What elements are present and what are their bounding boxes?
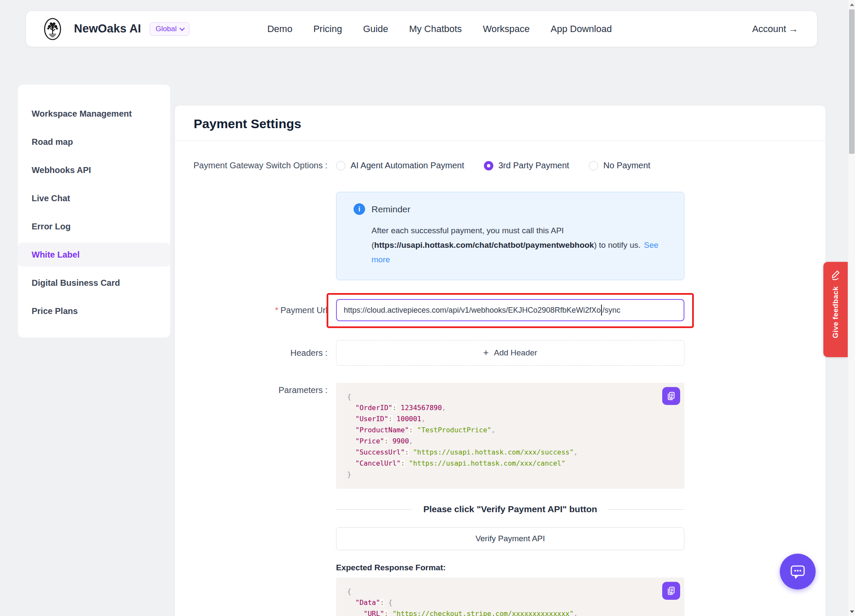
account-link[interactable]: Account →	[752, 23, 798, 35]
copy-response-button[interactable]	[662, 582, 680, 600]
webhook-url: https://usapi.hottask.com/chat/chatbot/p…	[374, 241, 594, 249]
payment-settings-panel: Payment Settings Payment Gateway Switch …	[174, 105, 826, 616]
scroll-up-arrow[interactable]	[848, 1, 855, 8]
code-line: "CancelUrl": "https://usapi.hottask.com/…	[347, 458, 673, 469]
code-line: "UserID": 100001,	[347, 414, 673, 425]
text-caret	[601, 305, 602, 316]
top-navigation-bar: NewOaks AI Global DemoPricingGuideMy Cha…	[26, 11, 817, 47]
radio-no-payment[interactable]: No Payment	[589, 161, 650, 170]
code-line: {	[347, 586, 673, 597]
sidebar-item-road-map[interactable]: Road map	[18, 130, 170, 154]
add-header-button[interactable]: + Add Header	[336, 340, 684, 366]
verify-payment-api-button[interactable]: Verify Payment API	[336, 527, 684, 550]
brand-logo-icon	[40, 16, 65, 42]
copy-icon	[666, 391, 676, 401]
page-title: Payment Settings	[194, 117, 807, 131]
code-line: "SuccessUrl": "https://usapi.hottask.com…	[347, 447, 673, 458]
copy-parameters-button[interactable]	[662, 387, 680, 405]
divider-text: Please click "Verify Payment API" button	[412, 504, 608, 514]
radio-unchecked-icon	[589, 161, 598, 170]
nav-item-app-download[interactable]: App Download	[551, 23, 612, 35]
headers-label: Headers :	[192, 348, 327, 358]
sidebar: Workspace ManagementRoad mapWebhooks API…	[18, 85, 170, 337]
parameters-code-block: { "OrderID": 1234567890, "UserID": 10000…	[336, 383, 684, 489]
payment-url-input[interactable]: https://cloud.activepieces.com/api/v1/we…	[336, 299, 684, 321]
sidebar-item-digital-business-card[interactable]: Digital Business Card	[18, 271, 170, 295]
plus-icon: +	[483, 348, 489, 358]
chevron-down-icon	[180, 26, 185, 31]
code-line: "Data": {	[347, 597, 673, 608]
chat-bubble-icon	[788, 562, 808, 581]
code-line: "Price": 9900,	[347, 436, 673, 447]
radio-checked-icon	[484, 161, 493, 170]
radio-label: AI Agent Automation Payment	[351, 161, 464, 170]
region-label: Global	[156, 25, 177, 33]
main-nav: DemoPricingGuideMy ChatbotsWorkspaceApp …	[267, 23, 612, 35]
sidebar-item-error-log[interactable]: Error Log	[18, 214, 170, 238]
region-selector[interactable]: Global	[150, 22, 189, 36]
brand-name: NewOaks AI	[74, 22, 141, 35]
gateway-radio-group: AI Agent Automation Payment3rd Party Pay…	[336, 161, 684, 170]
reminder-body: After each successful payment, you must …	[371, 223, 667, 267]
reminder-title: Reminder	[371, 204, 410, 214]
code-line: "OrderID": 1234567890,	[347, 402, 673, 414]
sidebar-item-live-chat[interactable]: Live Chat	[18, 186, 170, 210]
nav-item-guide[interactable]: Guide	[363, 23, 388, 35]
scroll-down-arrow[interactable]	[848, 608, 855, 615]
nav-item-my-chatbots[interactable]: My Chatbots	[409, 23, 462, 35]
code-line: "ProductName": "TestProductPrice",	[347, 425, 673, 436]
radio-label: No Payment	[603, 161, 650, 170]
browser-scrollbar[interactable]	[848, 0, 855, 616]
radio-ai-agent-automation-payment[interactable]: AI Agent Automation Payment	[336, 161, 464, 170]
radio-unchecked-icon	[336, 161, 345, 170]
pencil-icon	[830, 268, 842, 280]
nav-item-demo[interactable]: Demo	[267, 23, 292, 35]
nav-item-pricing[interactable]: Pricing	[313, 23, 342, 35]
radio-3rd-party-payment[interactable]: 3rd Party Payment	[484, 161, 569, 170]
nav-item-workspace[interactable]: Workspace	[483, 23, 530, 35]
sidebar-item-webhooks-api[interactable]: Webhooks API	[18, 158, 170, 182]
expected-response-label: Expected Response Format:	[336, 563, 684, 572]
parameters-label: Parameters :	[192, 383, 327, 395]
sidebar-item-white-label[interactable]: White Label	[18, 243, 170, 267]
give-feedback-tab[interactable]: Give feedback	[823, 262, 848, 357]
code-line: {	[347, 391, 673, 402]
sidebar-item-workspace-management[interactable]: Workspace Management	[18, 102, 170, 126]
chat-launcher-button[interactable]	[780, 554, 816, 590]
copy-icon	[666, 586, 676, 596]
sidebar-item-price-plans[interactable]: Price Plans	[18, 299, 170, 323]
response-code-block: { "Data": { "URL": "https://checkout.str…	[336, 578, 684, 616]
info-icon: i	[354, 203, 365, 215]
payment-url-label: *Payment Url	[192, 305, 327, 315]
radio-label: 3rd Party Payment	[498, 161, 569, 170]
reminder-alert: i Reminder After each successful payment…	[336, 192, 684, 280]
section-divider: Please click "Verify Payment API" button	[336, 504, 684, 514]
code-line: }	[347, 469, 673, 480]
scrollbar-thumb[interactable]	[849, 9, 855, 154]
feedback-label: Give feedback	[831, 286, 840, 338]
gateway-options-label: Payment Gateway Switch Options :	[192, 161, 327, 170]
code-line: "URL": "https://checkout.stripe.com/xxxx…	[347, 608, 673, 616]
